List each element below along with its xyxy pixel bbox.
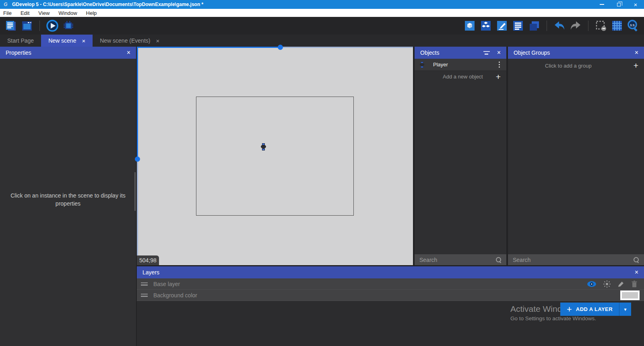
play-icon[interactable]: [45, 19, 59, 33]
tab-start-page[interactable]: Start Page: [0, 35, 41, 47]
debugger-icon[interactable]: [62, 19, 75, 33]
title-bar: G GDevelop 5 - C:\Users\Sparkle\OneDrive…: [0, 0, 644, 9]
horizontal-scrollbar-fill: [137, 47, 281, 48]
object-row-player[interactable]: Player: [415, 59, 506, 71]
close-button[interactable]: ×: [627, 0, 644, 9]
project-manager-icon[interactable]: [4, 19, 18, 33]
close-panel-icon[interactable]: ×: [127, 49, 130, 56]
close-panel-icon[interactable]: ×: [635, 49, 638, 56]
add-layer-dropdown[interactable]: ▾: [619, 303, 631, 316]
drag-handle-icon[interactable]: [141, 294, 148, 297]
window-controls: ×: [593, 0, 644, 9]
object-groups-header: Object Groups ×: [508, 47, 644, 59]
layer-row-background[interactable]: Background color: [137, 290, 644, 301]
main-area: Properties × Click on an instance in the…: [0, 47, 644, 346]
tab-label: New scene: [48, 37, 76, 44]
menu-window[interactable]: Window: [58, 10, 77, 16]
layers-panel: Layers × Base layer: [137, 266, 644, 346]
add-group-label: Click to add a group: [545, 63, 592, 69]
minimize-button[interactable]: [593, 0, 610, 9]
properties-scrollbar[interactable]: [134, 172, 136, 211]
background-color-swatch[interactable]: [620, 290, 640, 300]
search-placeholder: Search: [419, 257, 437, 263]
horizontal-scrollbar-thumb[interactable]: [278, 45, 283, 50]
svg-text:1:1: 1:1: [630, 23, 635, 27]
tab-new-scene-events[interactable]: New scene (Events) ×: [93, 35, 167, 47]
menu-edit[interactable]: Edit: [21, 10, 29, 16]
edit-layer-icon[interactable]: [617, 280, 625, 288]
toolbar-left-group: [4, 19, 75, 33]
layer-name: Background color: [153, 292, 197, 299]
menu-help[interactable]: Help: [86, 10, 97, 16]
objects-title: Objects: [420, 49, 439, 56]
layer-effects-icon[interactable]: [603, 280, 611, 288]
menu-bar: File Edit View Window Help: [0, 9, 644, 17]
object-groups-search-input[interactable]: Search: [508, 254, 644, 265]
add-object-row[interactable]: Add a new object +: [415, 71, 506, 82]
zoom-original-icon[interactable]: 1:1: [626, 19, 640, 33]
toolbar: 1:1: [0, 17, 644, 35]
undo-icon[interactable]: [553, 19, 566, 33]
clear-selection-icon[interactable]: [594, 19, 608, 33]
toggle-grid-icon[interactable]: [610, 19, 624, 33]
toolbar-separator: [588, 21, 588, 31]
add-group-row[interactable]: Click to add a group +: [508, 60, 644, 72]
vertical-scrollbar-track[interactable]: [137, 47, 138, 265]
close-icon: ×: [634, 2, 638, 8]
menu-file[interactable]: File: [3, 10, 12, 16]
drag-handle-icon[interactable]: [141, 282, 148, 286]
layers-editor-icon[interactable]: [527, 19, 541, 33]
objects-panel: Objects × Player Add a new object + Sear…: [415, 47, 506, 265]
add-object-label: Add a new object: [443, 74, 483, 80]
object-groups-editor-icon[interactable]: [479, 19, 493, 33]
search-icon: [633, 257, 639, 263]
object-name: Player: [433, 62, 448, 68]
object-groups-title: Object Groups: [514, 49, 550, 56]
tab-close-icon[interactable]: ×: [156, 37, 159, 44]
gdevelop-window: G GDevelop 5 - C:\Users\Sparkle\OneDrive…: [0, 0, 644, 346]
player-object-icon: [420, 62, 424, 68]
objects-header: Objects ×: [415, 47, 506, 59]
plus-icon: +: [634, 61, 638, 70]
visibility-eye-icon[interactable]: [587, 281, 597, 287]
window-title: GDevelop 5 - C:\Users\Sparkle\OneDrive\D…: [12, 2, 203, 7]
tab-new-scene[interactable]: New scene ×: [41, 35, 93, 47]
menu-view[interactable]: View: [38, 10, 50, 16]
filter-icon[interactable]: [483, 51, 490, 55]
instances-list-icon[interactable]: [511, 19, 525, 33]
watermark-line2: Go to Settings to activate Windows.: [510, 315, 596, 321]
game-window-bounds: [196, 97, 354, 216]
gdevelop-logo-icon: G: [2, 1, 9, 8]
add-layer-button[interactable]: + ADD A LAYER ▾: [560, 303, 631, 316]
scene-editor-icon[interactable]: [20, 19, 34, 33]
minimize-icon: [600, 4, 604, 5]
redo-icon[interactable]: [569, 19, 582, 33]
objects-search-input[interactable]: Search: [415, 254, 506, 265]
restore-button[interactable]: [610, 0, 627, 9]
object-menu-icon[interactable]: [497, 60, 502, 70]
tab-close-icon[interactable]: ×: [82, 37, 85, 44]
player-instance[interactable]: [261, 143, 266, 150]
layer-name: Base layer: [153, 281, 180, 287]
scene-properties-icon[interactable]: [495, 19, 509, 33]
scene-canvas[interactable]: 504;98: [137, 47, 413, 265]
close-panel-icon[interactable]: ×: [497, 49, 501, 56]
objects-editor-icon[interactable]: [463, 19, 477, 33]
close-panel-icon[interactable]: ×: [635, 269, 638, 276]
properties-header: Properties ×: [0, 47, 136, 59]
search-icon: [495, 257, 502, 263]
properties-title: Properties: [6, 49, 31, 56]
editor-tabs: Start Page New scene × New scene (Events…: [0, 35, 644, 47]
chevron-down-icon: ▾: [624, 307, 626, 312]
delete-layer-icon[interactable]: [631, 280, 638, 288]
layer-row-base[interactable]: Base layer: [137, 278, 644, 290]
horizontal-scrollbar-track[interactable]: [137, 47, 413, 48]
properties-panel: Properties × Click on an instance in the…: [0, 47, 136, 346]
vertical-scrollbar-thumb[interactable]: [135, 157, 140, 162]
toolbar-separator: [39, 21, 40, 31]
tab-label: New scene (Events): [100, 37, 150, 44]
toolbar-right-group: 1:1: [463, 19, 640, 33]
restore-icon: [617, 3, 621, 6]
add-layer-label: ADD A LAYER: [576, 306, 613, 312]
cursor-coordinates: 504;98: [137, 255, 159, 265]
